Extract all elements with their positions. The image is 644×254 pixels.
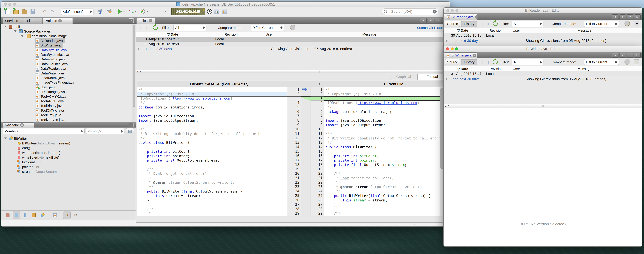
search-git-history-link[interactable]: Search Git History > bbox=[417, 26, 448, 30]
gc-clock-icon[interactable] bbox=[206, 8, 213, 15]
column-message[interactable]: Message bbox=[526, 66, 642, 71]
history-view-button[interactable]: History bbox=[461, 59, 477, 65]
revision-row[interactable]: 31-Aug-2018 15:47:17Local bbox=[136, 37, 450, 42]
tree-item-datafilelittle-java[interactable]: DataFileLittle.java bbox=[1, 62, 129, 66]
tree-item-toolgray16-java[interactable]: ToolGray16.java bbox=[1, 118, 129, 122]
prev-document-icon[interactable]: ◀ bbox=[612, 53, 618, 58]
projects-window-menu-icon[interactable]: ▫ bbox=[129, 18, 134, 23]
graphical-view-button[interactable]: Graphical bbox=[390, 74, 418, 80]
tree-item-datawriter-java[interactable]: DataWriter.java bbox=[1, 71, 129, 76]
tree-item-jdeli[interactable]: jdeli bbox=[1, 24, 129, 29]
tree-item-toolcmyk-java[interactable]: ToolCMYK.java bbox=[1, 108, 129, 113]
close-icon[interactable]: × bbox=[149, 19, 152, 22]
new-project-icon[interactable]: + bbox=[13, 8, 20, 15]
close-icon[interactable]: × bbox=[473, 54, 476, 57]
compare-mode-combo[interactable]: Diff to Current bbox=[584, 59, 619, 65]
close-icon[interactable]: × bbox=[20, 123, 24, 127]
document-list-icon[interactable]: ▾ bbox=[435, 18, 441, 23]
fully-qualified-names-icon[interactable] bbox=[51, 211, 59, 219]
show-inherited-members-icon[interactable] bbox=[4, 211, 11, 219]
new-file-icon[interactable]: + bbox=[4, 8, 11, 15]
filter-combo[interactable]: All bbox=[512, 21, 544, 27]
reader-table-header[interactable]: ▽Date Revision User Message bbox=[444, 28, 642, 33]
column-user[interactable]: User bbox=[250, 32, 288, 37]
textual-view-button[interactable]: Textual bbox=[418, 74, 447, 80]
maximize-window-icon[interactable]: ❏ bbox=[634, 14, 640, 19]
history-diff-splitter[interactable]: ▲▼ bbox=[444, 104, 642, 109]
member-item[interactable]: end() bbox=[1, 146, 132, 150]
writer-table-header[interactable]: ▽Date Revision User Message bbox=[444, 66, 642, 71]
revision-row[interactable]: 30-Aug-2018 16:18:58Local bbox=[136, 42, 450, 47]
refresh-icon[interactable] bbox=[492, 58, 499, 65]
prev-document-icon[interactable]: ◀ bbox=[420, 18, 426, 23]
git-settings-icon[interactable] bbox=[289, 24, 296, 31]
toolbar-overflow-icon[interactable] bbox=[164, 8, 167, 15]
next-difference-icon[interactable]: ↓ bbox=[137, 24, 144, 31]
tree-item-imagetypefinder-java[interactable]: ImageTypeFinder.java bbox=[1, 80, 129, 85]
tree-item-jdeliimage-java[interactable]: JDeliImage.java bbox=[1, 90, 129, 94]
profile-dropdown-icon[interactable] bbox=[146, 8, 149, 15]
history-view-button[interactable]: History bbox=[461, 21, 477, 27]
profile-icon[interactable] bbox=[139, 8, 146, 15]
tree-item-floatmatrix-java[interactable]: FloatMatrix.java bbox=[1, 76, 129, 80]
tab-bitwriter-java[interactable]: BitWriter.java× bbox=[444, 52, 477, 58]
expand-icon[interactable] bbox=[138, 46, 140, 51]
search-scope-chevron-icon[interactable] bbox=[388, 11, 390, 12]
compare-mode-combo[interactable]: Diff to Current bbox=[251, 25, 284, 31]
tree-item-databytebig-java[interactable]: DataByteBig.java bbox=[1, 48, 129, 52]
source-view-button[interactable]: Source bbox=[445, 59, 460, 65]
debug-dropdown-icon[interactable] bbox=[134, 8, 137, 15]
git-table-header[interactable]: ▽Date Revision User Message bbox=[136, 32, 450, 37]
column-date[interactable]: ▽Date bbox=[452, 28, 474, 33]
compare-mode-combo[interactable]: Diff to Current bbox=[584, 21, 619, 27]
tree-item-bitreader-java[interactable]: BitReader.java bbox=[1, 38, 129, 43]
tree-item-toolgray-java[interactable]: ToolGray.java bbox=[1, 113, 129, 118]
next-difference-icon[interactable]: ↓ bbox=[479, 58, 486, 65]
revision-row[interactable]: 31-Aug-2018 15:47Local bbox=[444, 71, 642, 77]
close-icon[interactable]: × bbox=[475, 15, 478, 19]
run-dropdown-icon[interactable] bbox=[123, 8, 125, 15]
next-document-icon[interactable]: ▶ bbox=[620, 53, 626, 58]
tree-item-toolargb-java[interactable]: ToolARGB.java bbox=[1, 99, 129, 104]
column-user[interactable]: User bbox=[506, 28, 526, 33]
tree-item-toolacmyk-java[interactable]: ToolACMYK.java bbox=[1, 94, 129, 99]
prev-difference-icon[interactable]: ↑ bbox=[485, 58, 492, 65]
diff-left-code-pane[interactable]: /* * Copyright (c) 1997-2018 IDRsolution… bbox=[137, 87, 288, 216]
load-next-30-days-link[interactable]: Load next 30 days bbox=[450, 38, 480, 43]
float-window-icon[interactable]: ✛ bbox=[634, 59, 639, 64]
search-input[interactable]: Search (⌘+I) × bbox=[382, 8, 439, 15]
prev-difference-icon[interactable]: ↑ bbox=[485, 20, 492, 27]
db-server-run-icon[interactable] bbox=[213, 8, 220, 15]
next-difference-icon[interactable]: ↓ bbox=[479, 20, 486, 27]
column-message[interactable]: Message bbox=[288, 32, 450, 37]
member-item[interactable]: BitWriter bbox=[1, 136, 132, 141]
refresh-icon[interactable] bbox=[152, 24, 159, 31]
show-inner-classes-icon[interactable] bbox=[39, 211, 46, 219]
diff-right-code-pane[interactable]: /* * Copyright (c) 1997-2018 IDRsolution… bbox=[324, 87, 440, 216]
projects-tree-scrollbar[interactable] bbox=[132, 24, 136, 122]
revision-row[interactable]: 30-Aug-2018 16:18Local bbox=[444, 33, 642, 38]
load-more-row[interactable]: Load next 30 daysShowing Git revisions f… bbox=[136, 46, 450, 51]
member-item[interactable]: BitWriter(OutputStream stream) bbox=[1, 141, 132, 146]
tree-item-source-packages[interactable]: Source Packages bbox=[1, 29, 129, 34]
git-table-rows[interactable]: 31-Aug-2018 15:47:17Local30-Aug-2018 16:… bbox=[136, 37, 450, 51]
prev-document-icon[interactable]: ◀ bbox=[612, 14, 618, 19]
tab-files[interactable]: Files bbox=[25, 18, 42, 24]
tab-navigator[interactable]: Navigator× bbox=[3, 123, 34, 127]
show-static-members-icon[interactable] bbox=[21, 211, 29, 219]
splitter-collapse-icons[interactable]: ▲▼ bbox=[445, 105, 450, 107]
build-icon[interactable] bbox=[97, 8, 104, 15]
main-titlebar[interactable]: jdeli - Apache NetBeans IDE Dev 20180831… bbox=[1, 1, 450, 7]
navigator-members-list[interactable]: BitWriterBitWriter(OutputStream stream)e… bbox=[1, 135, 136, 210]
writer-titlebar[interactable]: BitWriter.java - Editor bbox=[444, 46, 642, 52]
member-item[interactable]: writeByte(byte nextByte) bbox=[1, 155, 132, 160]
scrollbar-thumb[interactable] bbox=[133, 25, 135, 107]
maximize-window-icon[interactable]: ❏ bbox=[634, 53, 640, 58]
tree-item-datafilebig-java[interactable]: DataFileBig.java bbox=[1, 57, 129, 62]
undo-icon[interactable]: ↶ bbox=[41, 8, 48, 15]
column-revision[interactable]: Revision bbox=[212, 32, 250, 37]
tab-2-files[interactable]: 2 files× bbox=[136, 18, 155, 24]
configuration-combo[interactable]: <default conf... bbox=[61, 8, 94, 15]
load-more-row[interactable]: Load next 30 daysShowing Git revisions f… bbox=[444, 38, 642, 43]
run-icon[interactable] bbox=[116, 8, 123, 15]
